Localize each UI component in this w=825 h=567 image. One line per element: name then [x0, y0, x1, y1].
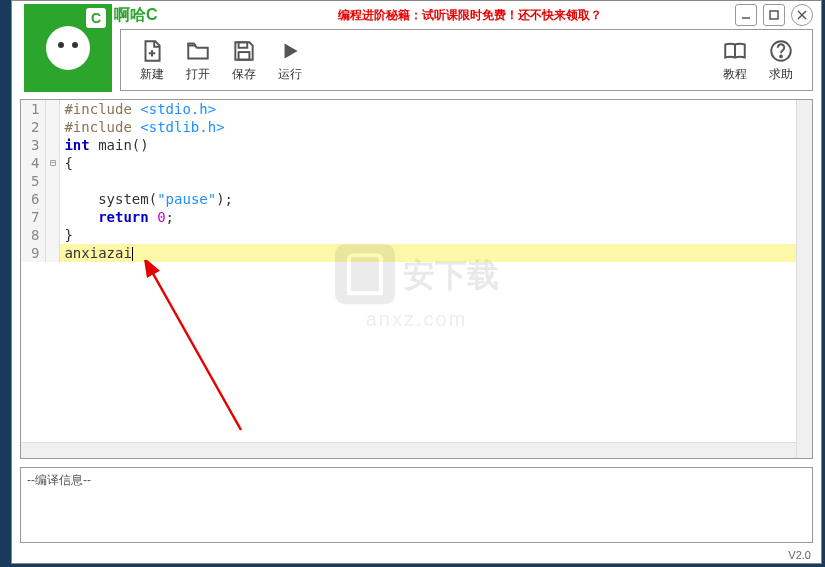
minimize-button[interactable] [735, 4, 757, 26]
run-button[interactable]: 运行 [267, 32, 313, 88]
play-icon [277, 38, 303, 64]
svg-line-9 [151, 270, 241, 430]
app-window: C 啊哈C 编程进阶秘籍：试听课限时免费！还不快来领取？ 新建 打开 保存 运行 [11, 0, 822, 564]
vertical-scrollbar[interactable] [796, 100, 812, 458]
logo-letter: C [86, 8, 106, 28]
app-title: 啊哈C [114, 5, 158, 26]
file-new-icon [139, 38, 165, 64]
current-line: anxiazai [60, 244, 812, 262]
promo-link[interactable]: 编程进阶秘籍：试听课限时免费！还不快来领取？ [338, 7, 602, 24]
horizontal-scrollbar[interactable] [21, 442, 796, 458]
toolbar: 新建 打开 保存 运行 教程 求助 [120, 29, 813, 91]
svg-point-8 [780, 55, 782, 57]
code-editor[interactable]: 123456789 ⊟ #include <stdio.h> #include … [20, 99, 813, 459]
output-panel: --编译信息-- [20, 467, 813, 543]
help-icon [768, 38, 794, 64]
save-icon [231, 38, 257, 64]
fold-gutter: ⊟ [46, 100, 60, 262]
svg-rect-4 [239, 42, 248, 47]
text-cursor [132, 247, 133, 261]
title-bar: 啊哈C 编程进阶秘籍：试听课限时免费！还不快来领取？ [12, 1, 821, 29]
open-button[interactable]: 打开 [175, 32, 221, 88]
new-button[interactable]: 新建 [129, 32, 175, 88]
maximize-button[interactable] [763, 4, 785, 26]
book-icon [722, 38, 748, 64]
help-button[interactable]: 求助 [758, 32, 804, 88]
close-button[interactable] [791, 4, 813, 26]
code-area[interactable]: #include <stdio.h> #include <stdlib.h> i… [60, 100, 812, 262]
save-button[interactable]: 保存 [221, 32, 267, 88]
folder-open-icon [185, 38, 211, 64]
tutorial-button[interactable]: 教程 [712, 32, 758, 88]
output-label: --编译信息-- [27, 473, 91, 487]
version-label: V2.0 [788, 549, 811, 561]
svg-rect-5 [239, 52, 250, 60]
app-logo: C [24, 4, 112, 92]
line-gutter: 123456789 [21, 100, 46, 262]
annotation-arrow-icon [141, 260, 261, 440]
svg-rect-1 [770, 11, 778, 19]
